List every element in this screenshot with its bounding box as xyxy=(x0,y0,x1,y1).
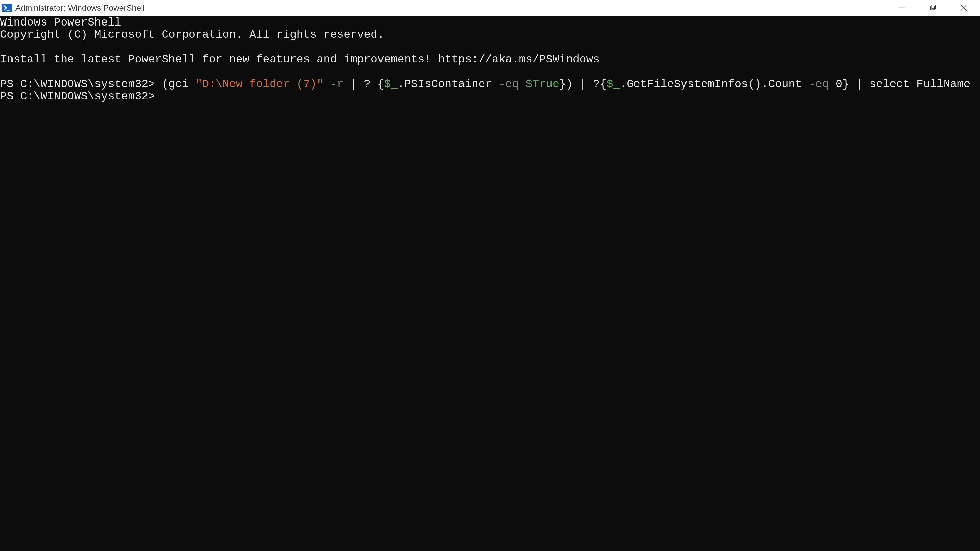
window-controls xyxy=(887,0,979,16)
powershell-window: Administrator: Windows PowerShell Window… xyxy=(0,0,980,551)
blank-line xyxy=(0,41,980,53)
terminal-output[interactable]: Windows PowerShellCopyright (C) Microsof… xyxy=(0,16,980,551)
svg-rect-5 xyxy=(932,5,935,9)
prompt-line: PS C:\WINDOWS\system32> xyxy=(0,90,980,103)
svg-rect-1 xyxy=(2,4,12,12)
minimize-button[interactable] xyxy=(887,0,918,16)
copyright-line: Copyright (C) Microsoft Corporation. All… xyxy=(0,29,980,41)
powershell-icon xyxy=(2,2,13,14)
titlebar[interactable]: Administrator: Windows PowerShell xyxy=(0,0,980,16)
terminal-area: Windows PowerShellCopyright (C) Microsof… xyxy=(0,16,980,551)
banner-line: Windows PowerShell xyxy=(0,16,980,29)
window-title: Administrator: Windows PowerShell xyxy=(15,3,887,13)
close-button[interactable] xyxy=(948,0,979,16)
maximize-button[interactable] xyxy=(918,0,948,16)
svg-rect-4 xyxy=(931,6,934,10)
blank-line xyxy=(0,66,980,78)
prompt-text: PS C:\WINDOWS\system32> xyxy=(0,90,155,103)
install-line: Install the latest PowerShell for new fe… xyxy=(0,53,980,65)
prompt-text: PS C:\WINDOWS\system32> xyxy=(0,78,162,91)
command-line: PS C:\WINDOWS\system32> (gci "D:\New fol… xyxy=(0,78,980,90)
